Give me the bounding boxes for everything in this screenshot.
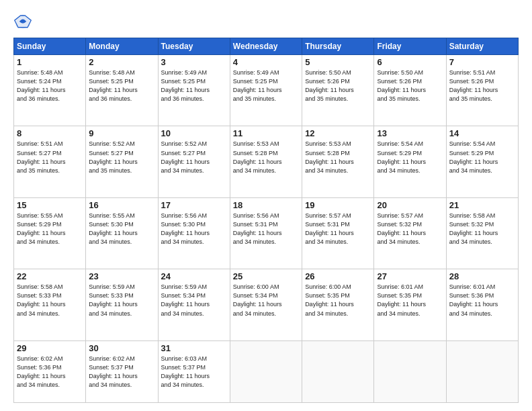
day-info: Sunrise: 5:57 AM Sunset: 5:32 PM Dayligh… [377,212,443,246]
day-info: Sunrise: 5:59 AM Sunset: 5:34 PM Dayligh… [161,283,227,318]
day-info: Sunrise: 6:01 AM Sunset: 5:35 PM Dayligh… [377,283,443,318]
day-info: Sunrise: 5:48 AM Sunset: 5:25 PM Dayligh… [89,68,154,103]
day-info: Sunrise: 5:53 AM Sunset: 5:28 PM Dayligh… [233,140,299,175]
day-number: 9 [89,128,154,138]
calendar-cell: 6Sunrise: 5:50 AM Sunset: 5:26 PM Daylig… [374,55,446,126]
day-number: 23 [89,271,154,281]
calendar-table: SundayMondayTuesdayWednesdayThursdayFrid… [13,38,519,403]
calendar-cell: 3Sunrise: 5:49 AM Sunset: 5:25 PM Daylig… [158,55,230,126]
weekday-header-friday: Friday [374,38,446,55]
day-number: 25 [233,271,299,281]
day-number: 11 [233,128,299,138]
day-info: Sunrise: 6:02 AM Sunset: 5:37 PM Dayligh… [89,355,154,390]
day-number: 21 [449,200,515,210]
day-info: Sunrise: 5:59 AM Sunset: 5:33 PM Dayligh… [89,283,154,318]
calendar-cell: 4Sunrise: 5:49 AM Sunset: 5:25 PM Daylig… [230,55,302,126]
week-row-3: 15Sunrise: 5:55 AM Sunset: 5:29 PM Dayli… [14,197,519,269]
calendar-cell [302,340,374,402]
weekday-header-saturday: Saturday [446,38,518,55]
header [13,12,519,31]
day-number: 8 [17,128,83,138]
day-info: Sunrise: 5:58 AM Sunset: 5:33 PM Dayligh… [17,283,83,318]
day-number: 22 [17,271,83,281]
weekday-header-monday: Monday [86,38,158,55]
day-info: Sunrise: 6:00 AM Sunset: 5:34 PM Dayligh… [233,283,299,318]
day-number: 20 [377,200,443,210]
calendar-cell: 7Sunrise: 5:51 AM Sunset: 5:26 PM Daylig… [446,55,518,126]
weekday-header-row: SundayMondayTuesdayWednesdayThursdayFrid… [14,38,519,55]
day-number: 31 [161,343,227,353]
calendar-cell: 20Sunrise: 5:57 AM Sunset: 5:32 PM Dayli… [374,197,446,269]
day-info: Sunrise: 5:56 AM Sunset: 5:31 PM Dayligh… [233,212,299,246]
day-number: 29 [17,343,83,353]
week-row-1: 1Sunrise: 5:48 AM Sunset: 5:24 PM Daylig… [14,55,519,126]
day-info: Sunrise: 5:54 AM Sunset: 5:29 PM Dayligh… [449,140,515,175]
calendar-cell: 22Sunrise: 5:58 AM Sunset: 5:33 PM Dayli… [14,269,86,340]
day-info: Sunrise: 6:03 AM Sunset: 5:37 PM Dayligh… [161,355,227,390]
calendar-cell: 31Sunrise: 6:03 AM Sunset: 5:37 PM Dayli… [158,340,230,402]
weekday-header-tuesday: Tuesday [158,38,230,55]
day-number: 10 [161,128,227,138]
day-number: 16 [89,200,154,210]
day-number: 19 [305,200,371,210]
calendar-cell: 23Sunrise: 5:59 AM Sunset: 5:33 PM Dayli… [86,269,158,340]
calendar-cell [446,340,518,402]
calendar-cell: 26Sunrise: 6:00 AM Sunset: 5:35 PM Dayli… [302,269,374,340]
calendar-cell: 8Sunrise: 5:51 AM Sunset: 5:27 PM Daylig… [14,126,86,197]
day-number: 13 [377,128,443,138]
day-info: Sunrise: 5:52 AM Sunset: 5:27 PM Dayligh… [161,140,227,175]
calendar-cell: 18Sunrise: 5:56 AM Sunset: 5:31 PM Dayli… [230,197,302,269]
day-number: 4 [233,57,299,67]
day-number: 28 [449,271,515,281]
calendar-cell: 29Sunrise: 6:02 AM Sunset: 5:36 PM Dayli… [14,340,86,402]
day-number: 3 [161,57,227,67]
day-number: 15 [17,200,83,210]
day-number: 30 [89,343,154,353]
day-info: Sunrise: 5:48 AM Sunset: 5:24 PM Dayligh… [17,68,83,103]
day-number: 18 [233,200,299,210]
calendar-cell: 28Sunrise: 6:01 AM Sunset: 5:36 PM Dayli… [446,269,518,340]
day-number: 12 [305,128,371,138]
day-info: Sunrise: 5:50 AM Sunset: 5:26 PM Dayligh… [305,68,371,103]
weekday-header-wednesday: Wednesday [230,38,302,55]
logo-icon [13,12,32,31]
day-number: 27 [377,271,443,281]
calendar-cell: 27Sunrise: 6:01 AM Sunset: 5:35 PM Dayli… [374,269,446,340]
day-info: Sunrise: 5:55 AM Sunset: 5:29 PM Dayligh… [17,212,83,246]
day-number: 26 [305,271,371,281]
calendar-cell: 16Sunrise: 5:55 AM Sunset: 5:30 PM Dayli… [86,197,158,269]
day-info: Sunrise: 5:58 AM Sunset: 5:32 PM Dayligh… [449,212,515,246]
day-number: 6 [377,57,443,67]
day-number: 1 [17,57,83,67]
day-info: Sunrise: 5:51 AM Sunset: 5:27 PM Dayligh… [17,140,83,175]
calendar-cell: 15Sunrise: 5:55 AM Sunset: 5:29 PM Dayli… [14,197,86,269]
calendar-cell: 25Sunrise: 6:00 AM Sunset: 5:34 PM Dayli… [230,269,302,340]
day-info: Sunrise: 5:51 AM Sunset: 5:26 PM Dayligh… [449,68,515,103]
day-info: Sunrise: 5:52 AM Sunset: 5:27 PM Dayligh… [89,140,154,175]
calendar-cell: 13Sunrise: 5:54 AM Sunset: 5:29 PM Dayli… [374,126,446,197]
week-row-5: 29Sunrise: 6:02 AM Sunset: 5:36 PM Dayli… [14,340,519,402]
day-number: 17 [161,200,227,210]
day-info: Sunrise: 5:49 AM Sunset: 5:25 PM Dayligh… [233,68,299,103]
calendar-cell: 2Sunrise: 5:48 AM Sunset: 5:25 PM Daylig… [86,55,158,126]
logo [13,12,35,31]
day-info: Sunrise: 6:01 AM Sunset: 5:36 PM Dayligh… [449,283,515,318]
calendar-cell [230,340,302,402]
calendar-cell: 24Sunrise: 5:59 AM Sunset: 5:34 PM Dayli… [158,269,230,340]
day-info: Sunrise: 5:57 AM Sunset: 5:31 PM Dayligh… [305,212,371,246]
week-row-4: 22Sunrise: 5:58 AM Sunset: 5:33 PM Dayli… [14,269,519,340]
day-number: 14 [449,128,515,138]
calendar-cell: 17Sunrise: 5:56 AM Sunset: 5:30 PM Dayli… [158,197,230,269]
calendar-cell: 10Sunrise: 5:52 AM Sunset: 5:27 PM Dayli… [158,126,230,197]
calendar-cell: 21Sunrise: 5:58 AM Sunset: 5:32 PM Dayli… [446,197,518,269]
calendar-cell: 12Sunrise: 5:53 AM Sunset: 5:28 PM Dayli… [302,126,374,197]
day-info: Sunrise: 5:54 AM Sunset: 5:29 PM Dayligh… [377,140,443,175]
day-info: Sunrise: 5:50 AM Sunset: 5:26 PM Dayligh… [377,68,443,103]
calendar-cell: 11Sunrise: 5:53 AM Sunset: 5:28 PM Dayli… [230,126,302,197]
calendar-cell [374,340,446,402]
day-number: 2 [89,57,154,67]
calendar-cell: 30Sunrise: 6:02 AM Sunset: 5:37 PM Dayli… [86,340,158,402]
day-number: 5 [305,57,371,67]
day-info: Sunrise: 5:49 AM Sunset: 5:25 PM Dayligh… [161,68,227,103]
day-info: Sunrise: 5:56 AM Sunset: 5:30 PM Dayligh… [161,212,227,246]
